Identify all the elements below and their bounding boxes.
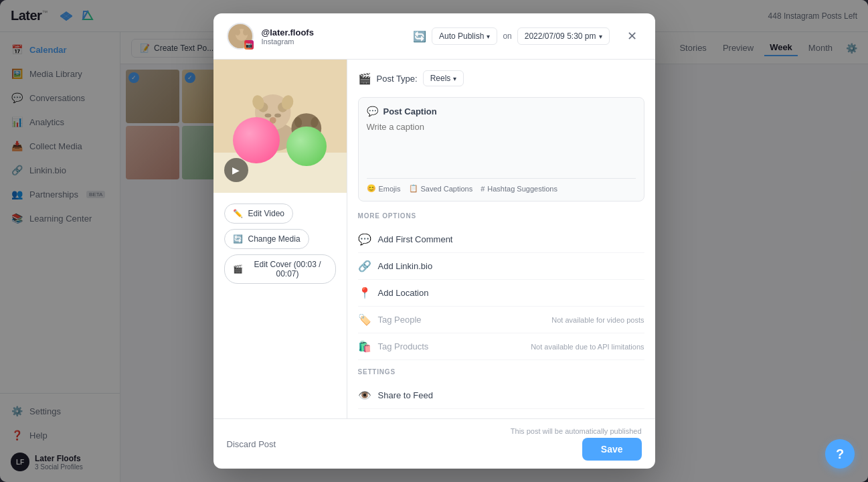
media-actions: ✏️ Edit Video 🔄 Change Media 🎬 Edit Cove… (213, 193, 347, 295)
emoji-icon: 😊 (367, 184, 376, 193)
save-button[interactable]: Save (582, 438, 642, 461)
instagram-badge: 📷 (244, 40, 254, 50)
ball-pink (233, 117, 280, 164)
caption-title: Post Caption (383, 106, 437, 116)
share-feed-label: Share to Feed (378, 390, 433, 400)
on-label: on (503, 31, 511, 41)
save-label: Save (601, 444, 623, 455)
edit-cover-icon: 🎬 (233, 264, 243, 274)
change-media-button[interactable]: 🔄 Change Media (224, 229, 309, 249)
caption-toolbar: 😊 Emojis 📋 Saved Captions # Hashtag Sugg… (367, 178, 636, 193)
linkin-bio-option-label: Add Linkin.bio (378, 261, 433, 271)
close-modal-button[interactable]: ✕ (623, 27, 642, 46)
media-preview: ▶ (213, 60, 347, 193)
saved-captions-tool[interactable]: 📋 Saved Captions (409, 184, 473, 193)
first-comment-label: Add First Comment (378, 234, 453, 244)
tag-people-note: Not available for video posts (551, 316, 644, 324)
close-icon: ✕ (627, 29, 637, 44)
tag-people-label: Tag People (378, 315, 422, 325)
publish-controls: 🔄 Auto Publish ▾ on 2022/07/09 5:30 pm ▾ (413, 27, 610, 45)
share-to-feed-row[interactable]: 👁️ Share to Feed (358, 382, 644, 409)
left-panel: ▶ ✏️ Edit Video 🔄 Change Media 🎬 Edit Co… (213, 60, 347, 418)
edit-video-button[interactable]: ✏️ Edit Video (224, 204, 294, 224)
publish-mode-label: Auto Publish (439, 31, 484, 41)
saved-captions-icon: 📋 (409, 184, 418, 193)
tag-people-icon: 🏷️ (358, 313, 371, 326)
footer-right: This post will be automatically publishe… (511, 427, 642, 461)
emojis-label: Emojis (379, 185, 401, 193)
profile-name: @later.floofs (262, 27, 314, 37)
svg-point-10 (243, 29, 248, 35)
location-icon: 📍 (358, 287, 371, 299)
help-button[interactable]: ? (825, 439, 855, 469)
add-location-row[interactable]: 📍 Add Location (358, 280, 644, 307)
first-comment-icon: 💬 (358, 233, 371, 246)
hashtag-suggestions-tool[interactable]: # Hashtag Suggestions (481, 184, 557, 193)
publish-icon: 🔄 (413, 30, 426, 43)
post-type-value: Reels (430, 74, 451, 83)
tag-products-label: Tag Products (378, 341, 429, 351)
caption-section: 💬 Post Caption 😊 Emojis 📋 Saved Captions (358, 97, 644, 202)
discard-post-button[interactable]: Discard Post (227, 439, 276, 449)
svg-point-9 (235, 29, 240, 35)
caption-header: 💬 Post Caption (367, 106, 636, 116)
emojis-tool[interactable]: 😊 Emojis (367, 184, 401, 193)
linkin-bio-option-icon: 🔗 (358, 260, 371, 272)
change-media-icon: 🔄 (233, 234, 243, 244)
change-media-label: Change Media (248, 234, 300, 244)
ball-green (286, 127, 327, 167)
tag-products-row: 🛍️ Tag Products Not available due to API… (358, 333, 644, 360)
edit-cover-label: Edit Cover (00:03 / 00:07) (248, 260, 327, 278)
modal-overlay: 📷 @later.floofs Instagram 🔄 Auto Publish… (0, 0, 868, 482)
right-panel: 🎬 Post Type: Reels ▾ 💬 Post Caption (347, 60, 655, 418)
hashtag-icon: # (481, 185, 485, 193)
hashtag-label: Hashtag Suggestions (487, 185, 557, 193)
share-feed-icon: 👁️ (358, 389, 371, 402)
edit-video-label: Edit Video (248, 209, 285, 218)
post-type-label: Post Type: (377, 74, 418, 84)
tag-products-icon: 🛍️ (358, 340, 371, 353)
schedule-date-select[interactable]: 2022/07/09 5:30 pm ▾ (517, 27, 610, 45)
caption-input[interactable] (367, 122, 636, 175)
publish-mode-select[interactable]: Auto Publish ▾ (432, 27, 497, 45)
post-editor-modal: 📷 @later.floofs Instagram 🔄 Auto Publish… (213, 13, 655, 469)
profile-avatar-container: 📷 (227, 23, 254, 50)
add-linkin-bio-row[interactable]: 🔗 Add Linkin.bio (358, 253, 644, 280)
profile-info: @later.floofs Instagram (262, 27, 314, 46)
post-type-select[interactable]: Reels ▾ (423, 70, 464, 86)
add-first-comment-row[interactable]: 💬 Add First Comment (358, 226, 644, 253)
post-type-chevron-icon: ▾ (453, 75, 456, 82)
edit-video-icon: ✏️ (233, 209, 243, 218)
tag-people-row: 🏷️ Tag People Not available for video po… (358, 307, 644, 333)
modal-body: ▶ ✏️ Edit Video 🔄 Change Media 🎬 Edit Co… (213, 60, 655, 418)
post-type-icon: 🎬 (358, 72, 371, 85)
help-icon: ? (836, 447, 844, 462)
play-button[interactable]: ▶ (224, 158, 248, 182)
discard-label: Discard Post (227, 439, 276, 449)
modal-header: 📷 @later.floofs Instagram 🔄 Auto Publish… (213, 13, 655, 60)
settings-section-label: SETTINGS (358, 368, 644, 376)
location-label: Add Location (378, 288, 429, 298)
schedule-date-label: 2022/07/09 5:30 pm (525, 31, 596, 41)
profile-platform: Instagram (262, 37, 314, 46)
post-type-row: 🎬 Post Type: Reels ▾ (358, 70, 644, 86)
saved-captions-label: Saved Captions (421, 185, 473, 193)
modal-footer: Discard Post This post will be automatic… (213, 418, 655, 469)
date-chevron-icon: ▾ (599, 33, 602, 40)
svg-point-15 (265, 113, 272, 117)
auto-publish-note: This post will be automatically publishe… (511, 427, 642, 435)
chevron-down-icon: ▾ (487, 33, 490, 40)
tag-products-note: Not available due to API limitations (531, 343, 644, 351)
caption-icon: 💬 (367, 106, 378, 116)
edit-cover-button[interactable]: 🎬 Edit Cover (00:03 / 00:07) (224, 254, 336, 284)
more-options-label: MORE OPTIONS (358, 212, 644, 220)
